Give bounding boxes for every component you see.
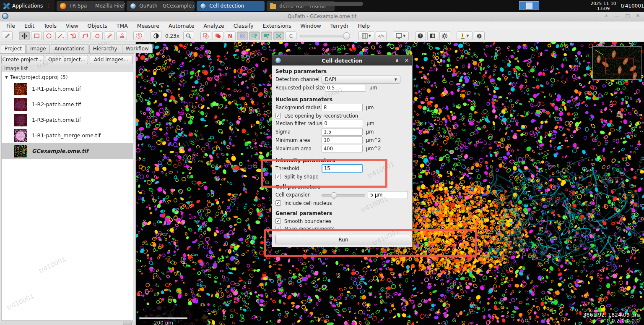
preferences-icon[interactable] — [439, 31, 450, 40]
project-node-label: Test/project.qpproj (5) — [10, 74, 68, 80]
channel-viewer-icon[interactable]: C — [286, 31, 296, 40]
menu-terrydr[interactable]: Terrydr — [329, 22, 350, 29]
general-parameters-header: General parameters — [275, 210, 409, 217]
menu-help[interactable]: Help — [357, 22, 371, 29]
menu-extensions[interactable]: Extensions — [262, 22, 293, 29]
swab-icon[interactable] — [2, 31, 13, 40]
menu-objects[interactable]: Objects — [86, 22, 109, 29]
opacity-slider-knob[interactable] — [343, 32, 350, 39]
overview-inset[interactable] — [592, 46, 641, 80]
menu-edit[interactable]: Edit — [23, 22, 36, 29]
image-list-item[interactable]: 1-R1-patch_merge.ome.tif — [2, 128, 133, 143]
microscope-icon[interactable]: ▼ — [457, 31, 473, 40]
menu-automate[interactable]: Automate — [167, 22, 195, 29]
tab-workflow[interactable]: Workflow — [122, 44, 153, 53]
selection-mode-icon[interactable]: S — [133, 31, 144, 40]
expander-icon[interactable]: ▼ — [5, 75, 8, 79]
menu-window[interactable]: Window — [299, 22, 322, 29]
sigma-field[interactable] — [322, 128, 363, 136]
firefox-icon — [60, 3, 66, 9]
window-minimize-button[interactable]: — — [614, 13, 619, 18]
opacity-slider[interactable] — [300, 31, 350, 40]
log-viewer-icon[interactable] — [427, 31, 438, 40]
splitter-handle-icon[interactable] — [123, 322, 132, 325]
brush-tool-icon[interactable] — [92, 31, 103, 40]
median-filter-radius-field[interactable] — [322, 120, 363, 127]
cell-expansion-field[interactable] — [368, 191, 408, 199]
run-button[interactable]: Run — [275, 235, 411, 244]
maximum-area-field[interactable] — [322, 145, 363, 152]
threshold-field[interactable] — [322, 164, 363, 173]
image-list-item[interactable]: 1-R3-patch.ome.tif — [2, 112, 133, 128]
tab-project[interactable]: Project — [1, 44, 26, 53]
ellipse-tool-icon[interactable] — [43, 31, 54, 40]
window-maximize-button[interactable]: □ — [625, 13, 629, 18]
project-tree-node[interactable]: ▼ Test/project.qpproj (5) — [2, 72, 133, 81]
panel-splitter[interactable] — [0, 321, 135, 325]
zoom-to-fit-icon[interactable] — [183, 31, 194, 40]
use-opening-checkbox[interactable] — [275, 113, 281, 118]
add-images-button[interactable]: Add images... — [90, 55, 132, 64]
tab-annotations[interactable]: Annotations — [51, 44, 88, 53]
menu-tools[interactable]: Tools — [42, 22, 58, 29]
show-detections-icon[interactable] — [249, 31, 260, 40]
wand-tool-icon[interactable] — [104, 31, 115, 40]
open-project-button[interactable]: Open project... — [46, 55, 88, 64]
menu-view[interactable]: View — [65, 22, 80, 29]
polygon-tool-icon[interactable] — [68, 31, 78, 40]
tab-image[interactable]: Image — [26, 44, 50, 53]
workspace-switcher[interactable] — [519, 1, 539, 10]
taskbar-window-qupath[interactable]: QuPath - GCexample.o... — [127, 1, 195, 11]
window-shade-button[interactable]: ∧ — [605, 13, 608, 18]
line-tool-icon[interactable] — [55, 31, 66, 40]
fill-annotations-icon[interactable] — [213, 31, 223, 40]
help-icon[interactable]: ? — [415, 31, 426, 40]
image-list-item-selected[interactable]: GCexample.ome.tif — [2, 143, 133, 159]
cell-expansion-slider[interactable] — [322, 191, 365, 199]
smooth-boundaries-checkbox[interactable] — [275, 218, 281, 224]
pixel-overlay-icon[interactable] — [273, 31, 284, 40]
dialog-titlebar[interactable]: Cell detection ∧ ✕ — [272, 55, 412, 66]
fill-detections-icon[interactable] — [261, 31, 272, 40]
taskbar-window-firefox[interactable]: TR-Spa — Mozilla Firefox — [57, 1, 125, 11]
brightness-contrast-icon[interactable] — [151, 31, 161, 40]
extension-icon[interactable] — [474, 31, 485, 40]
polyline-tool-icon[interactable] — [80, 31, 91, 40]
create-project-button[interactable]: Create project... — [1, 55, 44, 64]
tab-hierarchy[interactable]: Hierarchy — [89, 44, 121, 53]
cell-detection-dialog[interactable]: Cell detection ∧ ✕ Setup parameters Dete… — [272, 55, 413, 247]
dialog-shade-button[interactable]: ∧ — [395, 58, 399, 63]
dialog-close-button[interactable]: ✕ — [405, 58, 409, 63]
applications-menu-button[interactable]: Applications ⋮ — [0, 0, 55, 12]
points-tool-icon[interactable] — [116, 31, 127, 40]
requested-pixel-size-label: Requested pixel size — [275, 85, 325, 91]
menu-analyze[interactable]: Analyze — [202, 22, 225, 29]
measurement-table-icon[interactable]: ▼ — [358, 31, 374, 40]
window-close-button[interactable]: ✕ — [636, 13, 640, 18]
image-list-item[interactable]: 1-R1-patch.ome.tif — [2, 81, 133, 97]
menu-measure[interactable]: Measure — [136, 22, 161, 29]
multiview-icon[interactable]: ▼ — [393, 31, 409, 40]
menu-classify[interactable]: Classify — [232, 22, 255, 29]
requested-pixel-size-field[interactable] — [325, 84, 366, 92]
minimum-area-field[interactable] — [322, 136, 363, 144]
rectangle-tool-icon[interactable] — [31, 31, 42, 40]
taskbar-clock[interactable]: 2025-11-10 13:09 — [589, 1, 618, 11]
detection-channel-select[interactable]: DAPI ▼ — [322, 76, 400, 84]
menu-tma[interactable]: TMA — [115, 22, 129, 29]
script-editor-icon[interactable]: </> — [376, 31, 387, 40]
split-by-shape-checkbox[interactable] — [275, 174, 281, 179]
include-cell-nucleus-checkbox[interactable] — [275, 200, 281, 206]
make-measurements-checkbox[interactable] — [275, 226, 281, 231]
image-list-item[interactable]: 1-R2-patch.ome.tif — [2, 97, 133, 112]
menu-file[interactable]: File — [5, 22, 16, 29]
tma-grid-icon[interactable] — [237, 31, 248, 40]
taskbar-window-cell-detection[interactable]: Cell detection — [197, 1, 265, 11]
show-names-icon[interactable]: N — [225, 31, 236, 40]
background-radius-field[interactable] — [322, 104, 363, 111]
show-annotations-icon[interactable] — [200, 31, 211, 40]
move-tool-icon[interactable] — [19, 31, 30, 40]
cell-expansion-slider-knob[interactable] — [331, 192, 337, 199]
window-titlebar[interactable]: QuPath - GCexample.ome.tif ∧ — □ ✕ — [0, 12, 644, 21]
qupath-icon — [130, 3, 136, 9]
